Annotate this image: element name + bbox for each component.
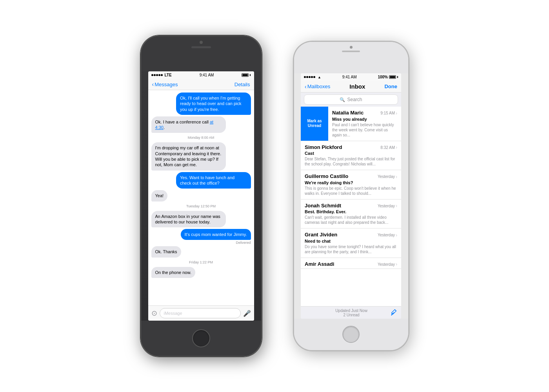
chevron-2: › — [396, 145, 397, 150]
unread-count-label: 2 Unread — [313, 313, 390, 317]
email-sender-6: Amir Assadi — [305, 261, 334, 267]
email-content-4: Jonah Schmidt Yesterday › Best. Birthday… — [305, 203, 397, 225]
chevron-1: › — [396, 111, 397, 116]
done-button[interactable]: Done — [384, 83, 397, 89]
email-preview-5: Do you have some time tonight? I heard w… — [305, 244, 397, 254]
timestamp-tuesday: Tuesday 12:50 PM — [186, 204, 216, 208]
search-bar-container: 🔍 Search — [301, 93, 401, 107]
back-button-messages[interactable]: ‹ Messages — [152, 81, 178, 87]
speaker-light — [342, 51, 360, 52]
camera-button[interactable]: ⊙ — [151, 309, 157, 318]
message-bubble-in-5: Ok. Thanks — [151, 246, 181, 257]
home-button-dark[interactable] — [192, 329, 210, 347]
mail-phone: ▲ 9:41 AM 100% ‹ Mailboxes Inbox Done — [293, 41, 409, 351]
messages-screen: LTE 9:41 AM ‹ Messages Details Ok, I'll … — [148, 71, 254, 321]
phone-bottom-light — [294, 319, 408, 350]
link-430[interactable]: at 4:30 — [155, 120, 214, 130]
email-item-2[interactable]: Simon Pickford 8:32 AM › Cast Dear Stefa… — [301, 141, 401, 171]
chevron-5: › — [396, 232, 397, 238]
email-subject-1: Miss you already — [332, 117, 397, 122]
email-subject-5: Need to chat — [305, 239, 397, 243]
compose-button[interactable] — [390, 309, 397, 317]
email-sender-2: Simon Pickford — [305, 144, 342, 150]
email-header-1: Natalia Maric 9:15 AM › — [332, 110, 397, 116]
email-preview-2: Dear Stefan, They just posted the offici… — [305, 156, 397, 167]
timestamp-monday: Monday 8:00 AM — [188, 136, 215, 140]
search-icon: 🔍 — [340, 97, 345, 102]
email-preview-4: Can't wait, gentlemen. I installed all t… — [305, 215, 397, 225]
email-item-6[interactable]: Amir Assadi Yesterday › — [301, 258, 401, 269]
message-bubble-out-1: Ok, I'll call you when I'm getting ready… — [176, 93, 251, 115]
mic-button[interactable]: 🎤 — [243, 310, 251, 317]
email-item-3[interactable]: Guillermo Castillo Yesterday › We're rea… — [301, 170, 401, 200]
status-bar-light: ▲ 9:41 AM 100% — [301, 73, 401, 81]
mail-footer-text: Updated Just Now 2 Unread — [313, 309, 390, 317]
home-button-light[interactable] — [342, 326, 360, 343]
back-chevron-icon-mail: ‹ — [305, 83, 307, 90]
message-bubble-in-4: An Amazon box in your name was delivered… — [151, 211, 226, 228]
details-button[interactable]: Details — [235, 82, 250, 87]
battery-area-light: 100% — [378, 75, 398, 79]
back-button-mail[interactable]: ‹ Mailboxes — [305, 83, 330, 90]
email-subject-3: We're really doing this? — [305, 180, 397, 185]
clock-dark: 9:41 AM — [200, 73, 214, 77]
battery-nub-dark — [250, 74, 251, 76]
status-left-dark: LTE — [151, 73, 172, 77]
email-time-4: Yesterday › — [378, 203, 397, 209]
message-bubble-in-6: On the phone now. — [151, 267, 195, 278]
email-sender-5: Grant Jividen — [305, 232, 337, 238]
email-header-2: Simon Pickford 8:32 AM › — [305, 144, 397, 151]
email-time-5: Yesterday › — [378, 232, 397, 238]
email-item-4[interactable]: Jonah Schmidt Yesterday › Best. Birthday… — [301, 200, 401, 229]
delivered-label: Delivered — [236, 241, 251, 245]
email-sender-4: Jonah Schmidt — [305, 203, 341, 209]
messages-list: Ok, I'll call you when I'm getting ready… — [148, 90, 254, 305]
email-time-6: Yesterday › — [378, 261, 397, 267]
battery-nub-light — [397, 76, 398, 78]
email-content-1[interactable]: Natalia Maric 9:15 AM › Miss you already… — [328, 107, 401, 141]
email-content-6: Amir Assadi Yesterday › — [305, 261, 397, 265]
battery-area-dark — [242, 73, 251, 77]
email-header-4: Jonah Schmidt Yesterday › — [305, 203, 397, 209]
mark-unread-label: Mark asUnread — [307, 119, 322, 128]
email-sender-3: Guillermo Castillo — [305, 173, 348, 179]
mark-unread-action[interactable]: Mark asUnread — [301, 107, 328, 141]
message-bubble-out-3: It's cups mom wanted for Jimmy. — [181, 229, 251, 240]
updated-label: Updated Just Now — [313, 309, 390, 313]
back-chevron-icon: ‹ — [152, 81, 154, 87]
back-label-messages: Messages — [155, 82, 178, 87]
phone-top-light — [294, 42, 408, 73]
back-label-mail: Mailboxes — [307, 83, 331, 89]
signal-dark — [151, 74, 163, 76]
imessage-placeholder: iMessage — [164, 311, 182, 316]
wifi-icon: ▲ — [318, 75, 321, 79]
speaker-dark — [191, 46, 211, 48]
battery-icon-dark — [242, 73, 249, 77]
chevron-3: › — [396, 174, 397, 180]
camera-lens-light — [350, 46, 353, 49]
chevron-6: › — [396, 261, 397, 267]
message-bubble-in-1: Ok. I have a conference call at 4:30. — [151, 116, 226, 133]
phone-bottom-dark — [141, 321, 261, 356]
email-item-5[interactable]: Grant Jividen Yesterday › Need to chat D… — [301, 229, 401, 258]
search-input-mail[interactable]: 🔍 Search — [304, 94, 398, 105]
email-subject-4: Best. Birthday. Ever. — [305, 209, 397, 214]
imessage-input[interactable]: iMessage — [160, 308, 241, 318]
messages-phone: LTE 9:41 AM ‹ Messages Details Ok, I'll … — [140, 35, 262, 357]
email-content-3: Guillermo Castillo Yesterday › We're rea… — [305, 173, 397, 196]
email-item-1-swiped[interactable]: Mark asUnread Natalia Maric 9:15 AM › Mi… — [301, 107, 401, 141]
battery-icon-light — [389, 75, 396, 79]
camera-lens-dark — [200, 41, 203, 44]
mail-footer: Updated Just Now 2 Unread — [301, 306, 401, 319]
inbox-title: Inbox — [349, 83, 365, 90]
email-subject-2: Cast — [305, 151, 397, 156]
search-placeholder: Search — [347, 97, 362, 102]
email-sender-1: Natalia Maric — [332, 110, 364, 116]
email-preview-1: Paul and I can't believe how quickly the… — [332, 122, 397, 138]
email-time-3: Yesterday › — [378, 174, 397, 180]
email-header-5: Grant Jividen Yesterday › — [305, 232, 397, 238]
phone-top-dark — [141, 36, 261, 71]
email-content-2: Simon Pickford 8:32 AM › Cast Dear Stefa… — [305, 144, 397, 167]
battery-pct-label: 100% — [378, 75, 388, 79]
email-content-5: Grant Jividen Yesterday › Need to chat D… — [305, 232, 397, 254]
